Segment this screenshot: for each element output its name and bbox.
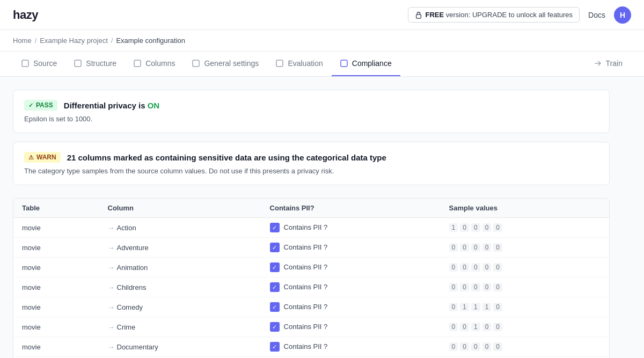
tab-evaluation[interactable]: Evaluation: [267, 52, 331, 76]
breadcrumb: Home / Example Hazy project / Example co…: [0, 30, 644, 52]
cell-pii: ✓Contains PII ?: [261, 238, 441, 258]
pii-label: Contains PII ?: [284, 243, 328, 251]
arrow-icon: →: [108, 323, 115, 331]
sample-value: 0: [493, 323, 502, 331]
header-right: FREE version: UPGRADE to unlock all feat…: [408, 6, 632, 24]
header-left: hazy: [13, 8, 38, 22]
cell-sample-values: 00100: [441, 317, 609, 337]
pii-checkbox[interactable]: ✓: [270, 243, 280, 252]
warn-description: The category type samples from the sourc…: [24, 167, 598, 175]
svg-rect-2: [75, 60, 81, 67]
tab-structure[interactable]: Structure: [65, 52, 125, 76]
sample-value: 0: [449, 323, 458, 331]
sample-value: 0: [471, 223, 480, 232]
pii-checkbox[interactable]: ✓: [270, 322, 280, 332]
tab-columns[interactable]: Columns: [125, 52, 184, 76]
sample-value: 0: [449, 243, 458, 252]
sample-value: 0: [460, 342, 469, 351]
breadcrumb-project[interactable]: Example Hazy project: [40, 36, 107, 45]
pass-title: Differential privacy is ON: [64, 101, 159, 110]
svg-rect-0: [416, 14, 421, 18]
sample-value: 0: [460, 283, 469, 291]
pii-checkbox[interactable]: ✓: [270, 302, 280, 312]
breadcrumb-sep-2: /: [111, 36, 113, 45]
cell-table-name: movie: [13, 218, 99, 238]
tab-general-settings[interactable]: General settings: [184, 52, 267, 76]
cell-column-name: →Animation: [99, 258, 261, 277]
warn-title: 21 columns marked as containing sensitiv…: [67, 153, 386, 162]
pii-table: Table Column Contains PII? Sample values…: [13, 199, 609, 358]
pii-checkbox[interactable]: ✓: [270, 342, 280, 352]
cell-pii: ✓Contains PII ?: [261, 317, 441, 337]
free-label: FREE version: UPGRADE to unlock all feat…: [426, 11, 573, 19]
tab-compliance[interactable]: Compliance: [332, 52, 400, 76]
sample-value: 1: [471, 303, 480, 311]
sample-value: 0: [493, 342, 502, 351]
arrow-icon: →: [108, 303, 115, 311]
sample-value: 0: [471, 342, 480, 351]
pass-row: ✓ PASS Differential privacy is ON: [24, 100, 598, 111]
sample-value: 0: [493, 243, 502, 252]
sample-value: 0: [449, 263, 458, 272]
cell-table-name: movie: [13, 238, 99, 258]
table-row: movie→Comedy✓Contains PII ?01110: [13, 297, 609, 317]
svg-rect-6: [341, 60, 347, 67]
tab-structure-icon: [74, 60, 82, 67]
sample-value: 0: [460, 223, 469, 232]
upgrade-badge[interactable]: FREE version: UPGRADE to unlock all feat…: [408, 7, 580, 23]
avatar[interactable]: H: [614, 6, 631, 24]
sample-value: 1: [482, 303, 492, 311]
col-header-sample: Sample values: [441, 199, 609, 218]
sample-value: 0: [493, 303, 502, 311]
sample-value: 1: [471, 323, 480, 331]
warn-row: ⚠ WARN 21 columns marked as containing s…: [24, 152, 598, 163]
sample-value: 0: [482, 283, 492, 291]
sample-value: 0: [460, 323, 469, 331]
col-header-table: Table: [13, 199, 99, 218]
pii-checkbox[interactable]: ✓: [270, 282, 280, 292]
tab-columns-icon: [134, 60, 141, 67]
tab-train[interactable]: Train: [586, 52, 631, 76]
sample-value: 0: [471, 263, 480, 272]
arrow-icon: →: [108, 343, 115, 351]
breadcrumb-home[interactable]: Home: [13, 36, 32, 45]
table-row: movie→Crime✓Contains PII ?00100: [13, 317, 609, 337]
warn-badge: ⚠ WARN: [24, 152, 61, 163]
free-text: FREE: [426, 11, 444, 19]
sample-value: 0: [460, 263, 469, 272]
table-row: movie→Childrens✓Contains PII ?00000: [13, 277, 609, 297]
sample-value: 0: [449, 283, 458, 291]
tab-compliance-icon: [340, 60, 348, 67]
table-row: movie→Action✓Contains PII ?10000: [13, 218, 609, 238]
arrow-icon: →: [108, 283, 115, 291]
pii-label: Contains PII ?: [284, 263, 328, 271]
cell-column-name: →Adventure: [99, 238, 261, 258]
pii-checkbox[interactable]: ✓: [270, 223, 280, 232]
cell-sample-values: 10000: [441, 218, 609, 238]
sample-value: 0: [493, 263, 502, 272]
sample-value: 0: [471, 283, 480, 291]
cell-column-name: →Documentary: [99, 337, 261, 357]
table-row: movie→Documentary✓Contains PII ?00000: [13, 337, 609, 357]
sample-value: 0: [482, 263, 492, 272]
tab-evaluation-icon: [276, 60, 283, 67]
tab-source[interactable]: Source: [13, 52, 65, 76]
warn-card: ⚠ WARN 21 columns marked as containing s…: [13, 142, 610, 185]
col-header-pii: Contains PII?: [261, 199, 441, 218]
table-body: movie→Action✓Contains PII ?10000movie→Ad…: [13, 218, 609, 359]
docs-link[interactable]: Docs: [588, 11, 605, 19]
cell-table-name: movie: [13, 337, 99, 357]
table-header: Table Column Contains PII? Sample values: [13, 199, 609, 218]
pii-label: Contains PII ?: [284, 323, 328, 331]
svg-rect-1: [22, 60, 28, 67]
svg-rect-3: [134, 60, 141, 67]
cell-sample-values: 00000: [441, 258, 609, 277]
cell-table-name: movie: [13, 258, 99, 277]
cell-pii: ✓Contains PII ?: [261, 218, 441, 238]
sample-value: 1: [449, 223, 458, 232]
pii-checkbox[interactable]: ✓: [270, 262, 280, 272]
cell-pii: ✓Contains PII ?: [261, 277, 441, 297]
sample-value: 0: [460, 243, 469, 252]
cell-sample-values: 00000: [441, 238, 609, 258]
pass-badge: ✓ PASS: [24, 100, 57, 111]
